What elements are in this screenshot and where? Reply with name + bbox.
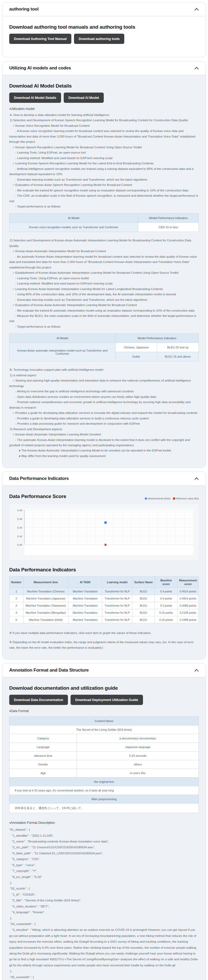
svg-text:0.40: 0.40 <box>17 544 22 546</box>
indicator-table-title: Data Performance Indicators <box>9 567 199 573</box>
field-name-cell: Language <box>10 743 77 751</box>
text-line: A. How to develop a data utilization mod… <box>9 112 199 118</box>
json-line: "1_identifier" : "2022-1-11-035", <box>9 833 199 838</box>
text-line: - Target performance is as follows <box>9 204 199 209</box>
utilization-text-block: B. Technology innovation support plan wi… <box>9 367 199 458</box>
json-line: "3_video_duration" : "2877", <box>9 904 199 909</box>
card-authoring-tool-header[interactable]: authoring tool <box>2 2 206 16</box>
ai-model-cell: Korean-Asian automatic interpretation mo… <box>10 343 115 361</box>
text-line: ● The Korean-Asian Automatic Interpretat… <box>9 448 199 453</box>
text-line: ● May differ from the learning model use… <box>9 453 199 458</box>
indicator-cell: Transformer for NLP <box>102 609 132 616</box>
original-text-cell: If you look at it 20 years ago, it's con… <box>10 786 199 795</box>
download-data-documentation-button[interactable]: Download Data Documentation <box>9 695 68 705</box>
download-ai-model-button[interactable]: Download AI Model <box>64 92 104 103</box>
column-header: Baseline score <box>155 576 178 588</box>
text-line: ○ Provides a guide for developing data u… <box>9 410 199 415</box>
text-line: - The automatic Korean-Asian interpretat… <box>9 437 199 448</box>
utilization-model-label: ▪Utilization model <box>9 107 199 111</box>
card-data-performance-header[interactable]: Data Performance Indicators <box>2 472 206 485</box>
section-header-cell: After preprocessing <box>10 795 199 803</box>
legend-item: Reference value (dot) <box>173 497 199 500</box>
annotation-format-label: ▪Annotation Format Description <box>9 821 199 825</box>
json-line: "3_src_path" : "11-1/source/L01/C03/C016… <box>9 844 199 850</box>
indicator-cell: 0.4 points <box>155 588 178 595</box>
collapse-chevron-icon[interactable] <box>194 477 199 480</box>
json-line: }, <box>9 968 199 974</box>
column-header: AI Model <box>10 213 138 223</box>
table-row: Korean voice recognition models such as … <box>10 223 199 232</box>
language-cell: Chinese, Japanese <box>115 343 157 352</box>
legend-item: Measurements (Dots) <box>145 497 171 500</box>
indicator-cell: BLEU <box>132 609 155 616</box>
json-line: "01_dataset" : { <box>9 827 199 832</box>
indicator-cell: 2 <box>10 595 24 602</box>
json-line: "04_contentinfo" : { <box>9 921 199 927</box>
indicator-row[interactable]: 4Machine Translation (Mongolian)Machine … <box>10 609 199 616</box>
column-header: AI Model <box>10 334 115 343</box>
text-line: ○ Korean Voice Recognition Model for Bro… <box>9 123 199 128</box>
indicator-cell: BLEU <box>132 588 155 595</box>
card-title: authoring tool <box>9 6 38 12</box>
text-line: - Using 80% of the construction data, an… <box>9 292 199 297</box>
score-chart-title: Data Performance Score <box>9 493 66 500</box>
field-value-cell: 5.23 seconds <box>77 751 199 760</box>
json-line: "05_sceneinfo" : { <box>9 974 199 980</box>
scatter-plot: 0.400.420.440.460.48 <box>11 508 197 557</box>
json-line: "4_language" : "Korean" <box>9 909 199 915</box>
field-value-cell: others <box>77 760 199 769</box>
table-row: Age in one's 50s <box>10 769 199 778</box>
card-annotation-format: Annotation Format and Data Structure Dow… <box>2 663 206 980</box>
column-header: Model Performance Indicators <box>115 334 198 343</box>
download-ai-model-details-button[interactable]: Download AI Model Details <box>9 92 61 103</box>
card-annotation-format-header[interactable]: Annotation Format and Data Structure <box>2 663 206 677</box>
text-line: - Learning Tools: Using ESPnet, an open-… <box>9 275 199 281</box>
text-line: - Open data distribution process creates… <box>9 394 199 399</box>
indicator-row[interactable]: 2Machine Translation (Japanese)Machine T… <box>10 595 199 602</box>
text-line: - An automatic Korean-Asian interpretati… <box>9 254 199 270</box>
card-ai-models-header[interactable]: Utilizing AI models and codes <box>2 61 206 75</box>
language-cell: Guitar <box>115 352 157 361</box>
indicator-cell: 4 <box>10 609 24 616</box>
text-line: 2) Selection and Development of Korean-A… <box>9 238 199 248</box>
collapse-chevron-icon[interactable] <box>194 669 199 672</box>
indicator-cell: Transformer for NLP <box>102 616 132 624</box>
svg-text:0.46: 0.46 <box>17 517 22 520</box>
download-deployment-utilization-guide-button[interactable]: Download Deployment Utilization Guide <box>70 695 143 705</box>
json-line: "5_category" : "C03", <box>9 856 199 862</box>
download-authoring-tool-manual-button[interactable]: Download Authoring Tool Manual <box>9 33 71 44</box>
column-header: Learning model <box>102 576 132 588</box>
card-authoring-tool: authoring tool Download authoring tool m… <box>2 2 206 57</box>
indicator-row[interactable]: 5Machine Translation (Hindi)Machine Tran… <box>10 616 199 624</box>
download-authoring-tools-button[interactable]: Download authoring tools <box>74 33 125 44</box>
collapse-chevron-icon[interactable] <box>194 8 199 11</box>
text-line: ○ Evaluation of Korean-Asian Automatic I… <box>9 302 199 308</box>
json-line: "7_copyright" : "Y", <box>9 868 199 874</box>
text-line: B. Technology innovation support plan wi… <box>9 367 199 372</box>
json-line: "1_id" : "C01625", <box>9 892 199 897</box>
table-row: Category a documentary documentary <box>10 734 199 743</box>
collapse-chevron-icon[interactable] <box>194 67 199 70</box>
indicator-row[interactable]: 3Machine Translation (Taiwanese)Machine … <box>10 602 199 609</box>
text-line: - Learning method: Modified and used bas… <box>9 281 199 286</box>
text-line: ○ Korean-Asian Automatic Interpretation … <box>9 432 199 437</box>
indicator-cell: Machine Translation (Hindi) <box>23 616 68 624</box>
indicator-cell: CER 10 or less <box>138 223 198 232</box>
text-line: ○ Korean Speech Recognition Learning Mod… <box>9 145 199 150</box>
note-text: ※ Depending on the AI model evaluation i… <box>9 640 199 650</box>
field-name-cell: Category <box>10 734 77 743</box>
indicator-cell: Transformer for NLP <box>102 602 132 609</box>
table-row: Korean-Asian automatic interpretation mo… <box>10 343 199 352</box>
svg-text:0.44: 0.44 <box>17 526 22 529</box>
indicator-cell: BLEU 20 and up <box>157 343 198 352</box>
text-line: ○ Korean-Asian Automatic Interpretation … <box>9 248 199 254</box>
json-line: "2_name" : "Broadcasting contents Korean… <box>9 838 199 844</box>
text-line: - Target performance is as follows <box>9 324 199 329</box>
card-ai-models: Utilizing AI models and codes Download A… <box>2 61 206 468</box>
indicator-cell: BLEU <box>132 602 155 609</box>
indicator-row[interactable]: 1Machine Translation (Chinese)Machine Tr… <box>10 588 199 595</box>
text-line: ○ Evaluation of Korean-Asian Speech Reco… <box>9 182 199 188</box>
indicator-cell: BLEU <box>132 616 155 624</box>
field-value-cell: Japanese language <box>77 743 199 751</box>
text-line: - Measure the BLEU, the main evaluation … <box>9 313 199 324</box>
